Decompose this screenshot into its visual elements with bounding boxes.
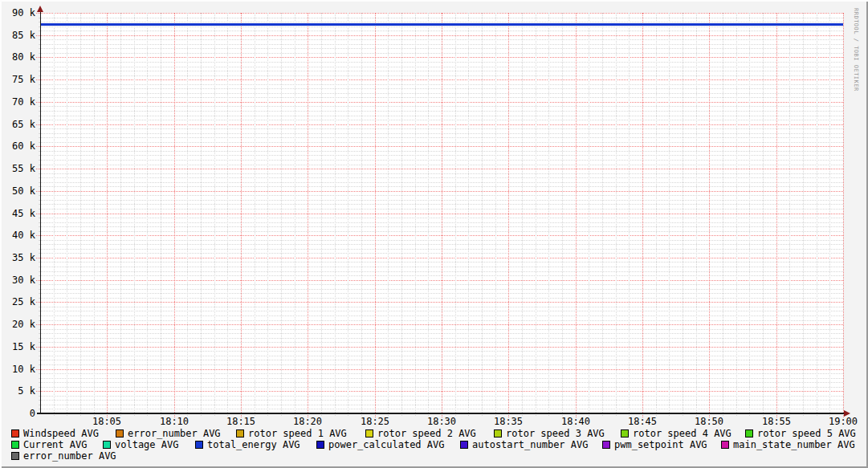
grid-v-minor [67,13,67,416]
y-tick-label: 35 k [2,252,35,263]
legend-label: total_energy AVG [207,440,300,450]
grid-v-major [375,13,376,417]
legend-swatch [11,429,19,437]
grid-v-minor [227,13,228,416]
grid-v-minor [401,13,402,416]
y-tick-label: 5 k [2,385,35,397]
y-tick-label: 15 k [2,341,35,352]
x-tick-label: 18:10 [150,416,198,427]
y-tick-label: 45 k [2,208,35,219]
grid-v-major [709,13,710,417]
grid-v-minor [482,13,483,416]
legend-swatch [103,441,111,449]
grid-v-minor [669,13,670,416]
legend-swatch [195,441,203,449]
x-tick-label: 18:15 [217,416,265,427]
grid-v-minor [522,13,523,416]
legend-swatch [236,429,244,437]
plot-area [40,13,843,413]
x-tick-label: 18:20 [283,416,332,427]
x-tick-label: 18:35 [484,416,532,427]
y-tick-label: 30 k [2,275,35,286]
grid-v-minor [415,13,416,416]
grid-v-minor [468,13,469,416]
x-tick-label: 18:55 [752,416,801,427]
y-tick-label: 80 k [2,51,35,63]
grid-v-minor [749,13,750,416]
x-axis-line [37,413,848,414]
legend-label: error_number AVG [23,451,116,462]
y-axis-line [40,7,41,414]
grid-v-minor [361,13,362,416]
grid-v-minor [548,13,549,416]
grid-v-major [241,13,242,417]
grid-v-minor [147,13,148,416]
legend-swatch [316,441,324,449]
legend-swatch [365,429,373,437]
y-tick-label: 50 k [2,185,35,197]
grid-v-major [442,13,442,417]
x-tick-label: 18:50 [685,416,733,427]
x-tick-label: 18:05 [83,416,131,427]
legend-label: rotor speed 2 AVG [377,429,476,439]
x-tick-label: 18:30 [418,416,466,427]
legend-swatch [621,429,629,437]
legend-label: voltage AVG [115,440,178,450]
y-tick-label: 75 k [2,74,35,85]
grid-v-minor [829,13,830,416]
grid-v-minor [321,13,322,416]
legend-swatch [721,441,729,449]
grid-v-minor [201,13,202,416]
watermark: RRDTOOL / TOBI OETIKER [853,8,859,92]
legend-label: error_number AVG [128,429,221,439]
grid-v-minor [789,13,790,416]
grid-v-major [508,13,509,417]
legend-swatch [116,429,124,437]
y-tick-label: 25 k [2,296,35,307]
y-axis-arrow-icon [37,6,43,12]
grid-v-minor [255,13,255,416]
x-tick-label: 18:40 [552,416,600,427]
legend-label: power_calculated AVG [328,440,445,450]
grid-v-minor [120,13,121,416]
y-tick-label: 90 k [2,7,35,18]
legend-swatch [745,429,753,437]
grid-v-minor [187,13,188,416]
legend-swatch [460,441,468,449]
grid-v-minor [428,13,429,416]
grid-v-major [107,13,108,417]
grid-v-minor [723,13,723,416]
legend-label: autostart_number AVG [472,440,589,450]
legend-label: Current AVG [23,440,87,450]
grid-v-major [174,13,175,417]
grid-v-major [308,13,308,417]
grid-v-minor [214,13,215,416]
grid-v-minor [589,13,589,416]
y-tick-label: 55 k [2,163,35,174]
legend-swatch [11,441,19,449]
grid-v-minor [696,13,697,416]
rrdtool-graph: 05 k10 k15 k20 k25 k30 k35 k40 k45 k50 k… [0,0,868,468]
grid-v-minor [388,13,389,416]
y-tick-label: 0 [2,408,35,419]
y-tick-label: 65 k [2,119,35,130]
x-tick-label: 19:00 [819,416,867,427]
grid-v-minor [335,13,336,416]
grid-v-minor [562,13,563,416]
legend-label: rotor speed 1 AVG [248,429,347,439]
grid-v-minor [536,13,536,416]
grid-v-minor [495,13,496,416]
grid-v-minor [656,13,657,416]
legend-swatch [494,429,502,437]
y-tick-label: 60 k [2,140,35,152]
legend-swatch [602,441,610,449]
grid-v-minor [281,13,282,416]
grid-v-minor [616,13,617,416]
legend-label: rotor speed 3 AVG [506,429,605,439]
grid-v-minor [763,13,764,416]
grid-v-minor [295,13,295,416]
grid-v-major [843,13,844,417]
series-line-total_energy-avg [40,23,843,26]
legend-label: rotor speed 4 AVG [633,429,731,439]
grid-v-minor [817,13,817,416]
